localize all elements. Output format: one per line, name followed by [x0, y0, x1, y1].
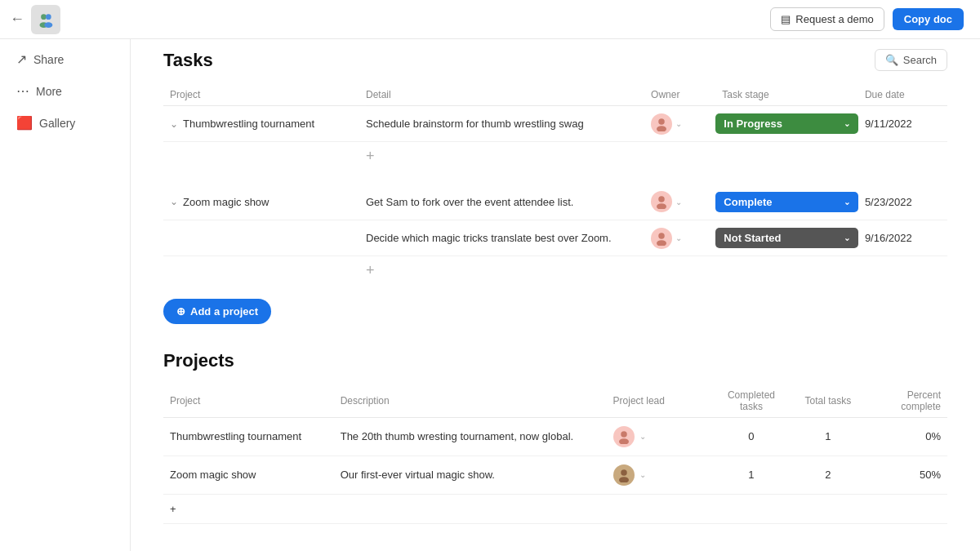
- back-button[interactable]: ←: [10, 11, 24, 28]
- col-p-percent: Percent complete: [862, 384, 947, 418]
- col-header-detail: Detail: [359, 84, 644, 106]
- add-project-row-cell[interactable]: +: [163, 494, 334, 523]
- lead-chevron[interactable]: ⌄: [639, 470, 646, 479]
- project-name: Thumbwrestling tournament: [183, 118, 314, 130]
- stage-badge[interactable]: In Progress ⌄: [715, 113, 858, 134]
- sidebar-item-label: Share: [33, 53, 64, 66]
- add-task-project: [163, 256, 359, 286]
- sidebar-item-more[interactable]: ⋯ More: [0, 77, 130, 105]
- svg-point-13: [619, 477, 629, 482]
- detail-cell: Get Sam to fork over the event attendee …: [359, 184, 644, 220]
- add-task-cell[interactable]: +: [359, 142, 644, 171]
- due-cell: 9/16/2022: [858, 220, 947, 256]
- sidebar-item-gallery[interactable]: 🟥 Gallery: [0, 109, 130, 137]
- p-lead-cell: ⌄: [607, 417, 709, 455]
- add-task-project: [163, 142, 359, 171]
- p-total-tasks: 2: [794, 455, 862, 494]
- svg-point-11: [619, 438, 629, 444]
- tasks-header: Tasks 🔍 Search: [163, 49, 947, 71]
- due-cell: 9/11/2022: [858, 106, 947, 142]
- detail-cell: Schedule brainstorm for thumb wrestling …: [359, 106, 644, 142]
- col-header-stage: Task stage: [715, 84, 858, 106]
- due-cell: 5/23/2022: [858, 184, 947, 220]
- stage-label: In Progress: [724, 118, 782, 130]
- owner-cell: ⌄: [644, 184, 715, 220]
- add-project-icon: ⊕: [176, 305, 185, 318]
- stage-cell: Complete ⌄: [715, 184, 858, 220]
- p-percent-complete: 50%: [862, 455, 947, 494]
- svg-point-9: [657, 240, 666, 246]
- sidebar-item-share[interactable]: ↗ Share: [0, 45, 130, 73]
- table-row: Thumbwrestling tournament The 20th thumb…: [163, 417, 947, 455]
- col-header-owner: Owner: [644, 84, 715, 106]
- svg-point-3: [44, 22, 52, 28]
- expand-chevron[interactable]: ⌄: [170, 196, 178, 207]
- add-task-row: +: [163, 142, 947, 171]
- svg-point-10: [621, 431, 627, 438]
- owner-chevron[interactable]: ⌄: [675, 198, 682, 207]
- p-lead-cell: ⌄: [607, 455, 709, 494]
- p-description: The 20th thumb wresting tournament, now …: [334, 417, 607, 455]
- project-cell-empty: [163, 220, 359, 256]
- request-demo-button[interactable]: ▤ Request a demo: [770, 7, 884, 31]
- lead-chevron[interactable]: ⌄: [639, 432, 646, 441]
- stage-chevron: ⌄: [844, 198, 850, 207]
- stage-cell: In Progress ⌄: [715, 106, 858, 142]
- col-p-total: Total tasks: [794, 384, 862, 418]
- stage-label: Complete: [724, 196, 772, 208]
- p-total-tasks: 1: [794, 417, 862, 455]
- avatar: [651, 113, 672, 135]
- col-header-project: Project: [163, 84, 359, 106]
- projects-title: Projects: [163, 350, 234, 371]
- copy-doc-button[interactable]: Copy doc: [893, 8, 964, 30]
- stage-cell: Not Started ⌄: [715, 220, 858, 256]
- avatar: [651, 228, 672, 249]
- p-percent-complete: 0%: [862, 417, 947, 455]
- stage-badge[interactable]: Not Started ⌄: [715, 228, 858, 248]
- stage-label: Not Started: [724, 232, 781, 244]
- project-cell: ⌄ Zoom magic show: [163, 184, 359, 220]
- col-p-lead: Project lead: [607, 384, 709, 418]
- sidebar-item-label: Gallery: [39, 117, 75, 130]
- tasks-title: Tasks: [163, 50, 213, 71]
- svg-point-4: [658, 118, 665, 125]
- owner-chevron[interactable]: ⌄: [675, 233, 682, 242]
- stage-badge[interactable]: Complete ⌄: [715, 192, 858, 212]
- owner-chevron[interactable]: ⌄: [675, 119, 682, 128]
- table-row: Zoom magic show Our first-ever virtual m…: [163, 455, 947, 494]
- p-project-name: Zoom magic show: [163, 455, 334, 494]
- topbar-left: ←: [10, 5, 60, 34]
- search-button[interactable]: 🔍 Search: [875, 49, 947, 71]
- sidebar: 👍 7 ↗ Share ⋯ More 🟥 Gallery: [0, 0, 131, 551]
- col-p-completed: Completed tasks: [709, 384, 794, 418]
- p-description: Our first-ever virtual magic show.: [334, 455, 607, 494]
- lead-avatar: [613, 464, 635, 486]
- project-name: Zoom magic show: [183, 196, 269, 208]
- app-avatar: [31, 5, 60, 34]
- col-p-project: Project: [163, 384, 334, 418]
- owner-cell: ⌄: [644, 106, 715, 142]
- svg-point-12: [621, 469, 627, 476]
- sidebar-item-label: More: [36, 85, 62, 98]
- tasks-table: Project Detail Owner Task stage Due date…: [163, 84, 947, 286]
- col-header-due: Due date: [858, 84, 947, 106]
- projects-table: Project Description Project lead Complet…: [163, 384, 947, 524]
- p-project-name: Thumbwrestling tournament: [163, 417, 334, 455]
- demo-icon: ▤: [781, 13, 791, 25]
- expand-chevron[interactable]: ⌄: [170, 118, 178, 130]
- owner-cell: ⌄: [644, 220, 715, 256]
- svg-point-0: [41, 14, 47, 20]
- lead-avatar: [613, 426, 635, 447]
- search-icon: 🔍: [885, 54, 898, 66]
- topbar-right: ▤ Request a demo Copy doc: [770, 7, 964, 31]
- p-completed-tasks: 0: [709, 417, 794, 455]
- add-project-button[interactable]: ⊕ Add a project: [163, 299, 271, 324]
- svg-point-7: [657, 204, 666, 210]
- table-row: ⌄ Zoom magic show Get Sam to fork over t…: [163, 184, 947, 220]
- table-row: Decide which magic tricks translate best…: [163, 220, 947, 256]
- add-task-cell[interactable]: +: [359, 256, 644, 286]
- table-row: ⌄ Thumbwrestling tournament Schedule bra…: [163, 106, 947, 142]
- gallery-icon: 🟥: [16, 115, 33, 131]
- more-icon: ⋯: [16, 83, 29, 99]
- avatar: [651, 191, 672, 212]
